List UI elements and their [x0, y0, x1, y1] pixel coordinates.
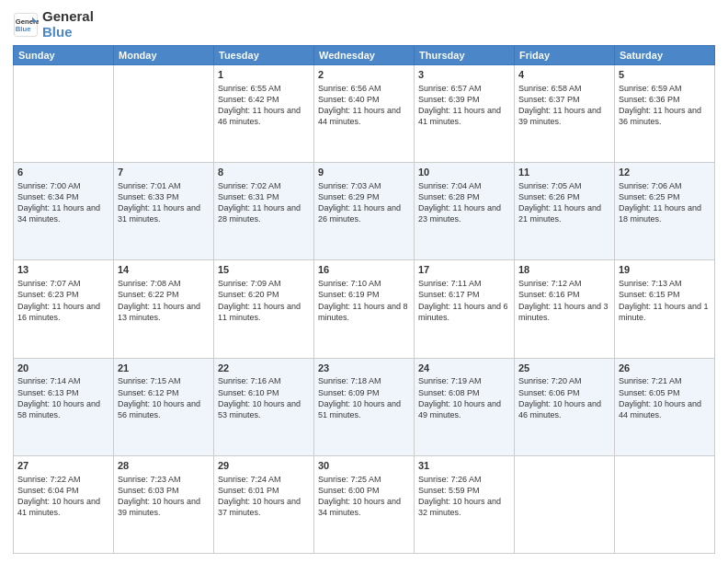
day-number: 4: [518, 68, 610, 82]
day-number: 17: [418, 263, 510, 277]
day-info: Sunrise: 6:57 AM Sunset: 6:39 PM Dayligh…: [418, 83, 510, 128]
day-info: Sunrise: 7:00 AM Sunset: 6:34 PM Dayligh…: [17, 180, 109, 225]
day-number: 7: [118, 166, 210, 179]
day-info: Sunrise: 7:06 AM Sunset: 6:25 PM Dayligh…: [619, 180, 711, 225]
logo: General Blue General Blue: [13, 9, 94, 40]
day-info: Sunrise: 7:03 AM Sunset: 6:29 PM Dayligh…: [318, 180, 410, 225]
day-info: Sunrise: 7:01 AM Sunset: 6:33 PM Dayligh…: [118, 180, 210, 225]
table-row: 9Sunrise: 7:03 AM Sunset: 6:29 PM Daylig…: [314, 163, 415, 260]
day-number: 21: [118, 362, 210, 375]
day-info: Sunrise: 7:19 AM Sunset: 6:08 PM Dayligh…: [418, 375, 510, 420]
table-row: 20Sunrise: 7:14 AM Sunset: 6:13 PM Dayli…: [14, 358, 114, 455]
day-number: 2: [318, 68, 410, 82]
day-number: 29: [218, 459, 310, 473]
col-sunday: Sunday: [14, 46, 114, 65]
day-info: Sunrise: 7:25 AM Sunset: 6:00 PM Dayligh…: [318, 474, 410, 519]
day-info: Sunrise: 7:09 AM Sunset: 6:20 PM Dayligh…: [218, 278, 310, 323]
svg-text:Blue: Blue: [16, 25, 31, 33]
day-number: 9: [318, 166, 410, 179]
col-saturday: Saturday: [615, 46, 715, 65]
table-row: [14, 65, 114, 163]
day-number: 27: [17, 459, 109, 473]
calendar-header-row: Sunday Monday Tuesday Wednesday Thursday…: [14, 46, 715, 65]
day-info: Sunrise: 7:26 AM Sunset: 5:59 PM Dayligh…: [418, 474, 510, 519]
day-number: 26: [619, 362, 711, 375]
table-row: 4Sunrise: 6:58 AM Sunset: 6:37 PM Daylig…: [515, 65, 615, 163]
day-info: Sunrise: 7:04 AM Sunset: 6:28 PM Dayligh…: [418, 180, 510, 225]
day-number: 31: [418, 459, 510, 473]
table-row: 11Sunrise: 7:05 AM Sunset: 6:26 PM Dayli…: [515, 163, 615, 260]
table-row: 13Sunrise: 7:07 AM Sunset: 6:23 PM Dayli…: [14, 260, 114, 358]
logo-text-general: General: [42, 9, 94, 25]
day-number: 11: [518, 166, 610, 179]
day-number: 1: [218, 68, 310, 82]
day-info: Sunrise: 7:24 AM Sunset: 6:01 PM Dayligh…: [218, 474, 310, 519]
table-row: 14Sunrise: 7:08 AM Sunset: 6:22 PM Dayli…: [114, 260, 214, 358]
day-number: 13: [17, 263, 109, 277]
table-row: 16Sunrise: 7:10 AM Sunset: 6:19 PM Dayli…: [314, 260, 415, 358]
calendar-table: Sunday Monday Tuesday Wednesday Thursday…: [13, 45, 715, 554]
table-row: 26Sunrise: 7:21 AM Sunset: 6:05 PM Dayli…: [615, 358, 715, 455]
table-row: 7Sunrise: 7:01 AM Sunset: 6:33 PM Daylig…: [114, 163, 214, 260]
table-row: 24Sunrise: 7:19 AM Sunset: 6:08 PM Dayli…: [415, 358, 515, 455]
day-info: Sunrise: 7:12 AM Sunset: 6:16 PM Dayligh…: [518, 278, 610, 323]
day-info: Sunrise: 7:13 AM Sunset: 6:15 PM Dayligh…: [619, 278, 711, 323]
day-info: Sunrise: 7:08 AM Sunset: 6:22 PM Dayligh…: [118, 278, 210, 323]
table-row: 31Sunrise: 7:26 AM Sunset: 5:59 PM Dayli…: [415, 455, 515, 553]
day-number: 12: [619, 166, 711, 179]
logo-text-blue: Blue: [42, 25, 94, 40]
calendar-week-row: 13Sunrise: 7:07 AM Sunset: 6:23 PM Dayli…: [14, 260, 715, 358]
day-info: Sunrise: 7:21 AM Sunset: 6:05 PM Dayligh…: [619, 375, 711, 420]
day-info: Sunrise: 7:14 AM Sunset: 6:13 PM Dayligh…: [17, 375, 109, 420]
calendar-week-row: 20Sunrise: 7:14 AM Sunset: 6:13 PM Dayli…: [14, 358, 715, 455]
table-row: 30Sunrise: 7:25 AM Sunset: 6:00 PM Dayli…: [314, 455, 415, 553]
day-number: 20: [17, 362, 109, 375]
col-tuesday: Tuesday: [214, 46, 314, 65]
day-info: Sunrise: 7:02 AM Sunset: 6:31 PM Dayligh…: [218, 180, 310, 225]
table-row: 1Sunrise: 6:55 AM Sunset: 6:42 PM Daylig…: [214, 65, 314, 163]
table-row: 2Sunrise: 6:56 AM Sunset: 6:40 PM Daylig…: [314, 65, 415, 163]
day-number: 6: [17, 166, 109, 179]
col-thursday: Thursday: [415, 46, 515, 65]
calendar-week-row: 1Sunrise: 6:55 AM Sunset: 6:42 PM Daylig…: [14, 65, 715, 163]
day-number: 10: [418, 166, 510, 179]
day-number: 24: [418, 362, 510, 375]
table-row: 5Sunrise: 6:59 AM Sunset: 6:36 PM Daylig…: [615, 65, 715, 163]
day-number: 5: [619, 68, 711, 82]
table-row: 22Sunrise: 7:16 AM Sunset: 6:10 PM Dayli…: [214, 358, 314, 455]
table-row: 18Sunrise: 7:12 AM Sunset: 6:16 PM Dayli…: [515, 260, 615, 358]
table-row: 23Sunrise: 7:18 AM Sunset: 6:09 PM Dayli…: [314, 358, 415, 455]
day-number: 22: [218, 362, 310, 375]
day-info: Sunrise: 7:15 AM Sunset: 6:12 PM Dayligh…: [118, 375, 210, 420]
table-row: 12Sunrise: 7:06 AM Sunset: 6:25 PM Dayli…: [615, 163, 715, 260]
day-info: Sunrise: 6:58 AM Sunset: 6:37 PM Dayligh…: [518, 83, 610, 128]
col-wednesday: Wednesday: [314, 46, 415, 65]
table-row: 3Sunrise: 6:57 AM Sunset: 6:39 PM Daylig…: [415, 65, 515, 163]
day-info: Sunrise: 7:20 AM Sunset: 6:06 PM Dayligh…: [518, 375, 610, 420]
table-row: 15Sunrise: 7:09 AM Sunset: 6:20 PM Dayli…: [214, 260, 314, 358]
day-number: 30: [318, 459, 410, 473]
day-info: Sunrise: 7:05 AM Sunset: 6:26 PM Dayligh…: [518, 180, 610, 225]
table-row: 6Sunrise: 7:00 AM Sunset: 6:34 PM Daylig…: [14, 163, 114, 260]
col-monday: Monday: [114, 46, 214, 65]
table-row: 19Sunrise: 7:13 AM Sunset: 6:15 PM Dayli…: [615, 260, 715, 358]
table-row: 8Sunrise: 7:02 AM Sunset: 6:31 PM Daylig…: [214, 163, 314, 260]
day-info: Sunrise: 7:07 AM Sunset: 6:23 PM Dayligh…: [17, 278, 109, 323]
calendar-week-row: 27Sunrise: 7:22 AM Sunset: 6:04 PM Dayli…: [14, 455, 715, 553]
table-row: 10Sunrise: 7:04 AM Sunset: 6:28 PM Dayli…: [415, 163, 515, 260]
col-friday: Friday: [515, 46, 615, 65]
day-number: 19: [619, 263, 711, 277]
table-row: [515, 455, 615, 553]
table-row: 27Sunrise: 7:22 AM Sunset: 6:04 PM Dayli…: [14, 455, 114, 553]
table-row: 28Sunrise: 7:23 AM Sunset: 6:03 PM Dayli…: [114, 455, 214, 553]
table-row: [615, 455, 715, 553]
day-number: 23: [318, 362, 410, 375]
day-number: 3: [418, 68, 510, 82]
table-row: 25Sunrise: 7:20 AM Sunset: 6:06 PM Dayli…: [515, 358, 615, 455]
page: General Blue General Blue Sunday Monday …: [0, 0, 728, 563]
table-row: 21Sunrise: 7:15 AM Sunset: 6:12 PM Dayli…: [114, 358, 214, 455]
table-row: 29Sunrise: 7:24 AM Sunset: 6:01 PM Dayli…: [214, 455, 314, 553]
day-info: Sunrise: 7:16 AM Sunset: 6:10 PM Dayligh…: [218, 375, 310, 420]
day-number: 18: [518, 263, 610, 277]
day-info: Sunrise: 7:11 AM Sunset: 6:17 PM Dayligh…: [418, 278, 510, 323]
